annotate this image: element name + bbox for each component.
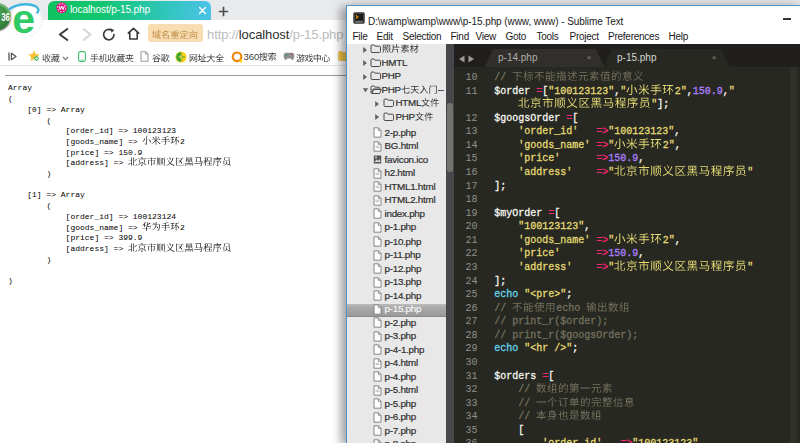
svg-text:36: 36	[1, 11, 10, 23]
